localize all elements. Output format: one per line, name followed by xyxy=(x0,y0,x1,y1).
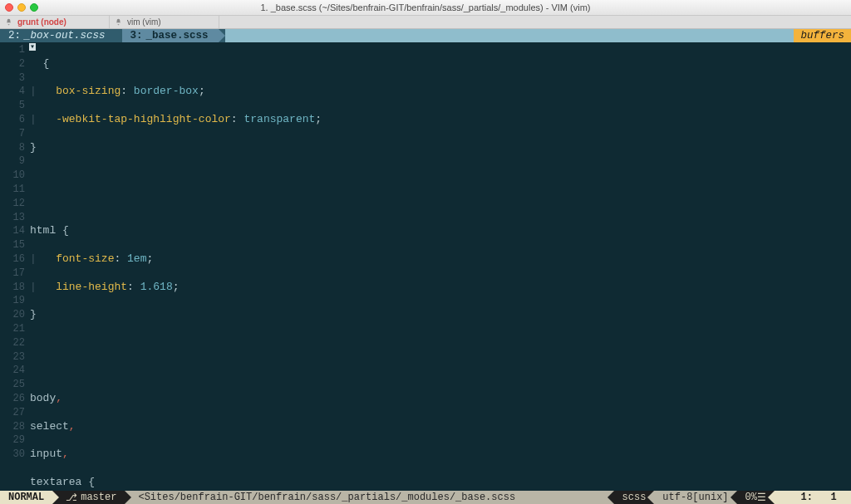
git-branch-name: master xyxy=(81,492,116,503)
git-branch-segment: ⎇ master xyxy=(52,491,125,504)
encoding-segment: utf-8[unix] xyxy=(654,491,736,504)
buffer-tabline: 2: _box-out.scss 3: _base.scss buffers xyxy=(0,29,851,42)
terminal-tab-label: vim (vim) xyxy=(127,17,161,27)
window-title: 1. _base.scss (~/Sites/benfrain-GIT/benf… xyxy=(0,2,851,12)
terminal-tab[interactable]: vim (vim) xyxy=(110,16,219,28)
vim-statusline: NORMAL ⎇ master <Sites/benfrain-GIT/benf… xyxy=(0,491,851,504)
branch-icon: ⎇ xyxy=(66,492,77,504)
bell-icon xyxy=(5,18,12,26)
buffer-name: _base.scss xyxy=(146,30,209,42)
editor-pane[interactable]: 1 ▾ 1 2 3 4 5 6 7 8 9 10 11 12 13 14 15 … xyxy=(0,42,851,491)
buffer-tab[interactable]: 2: _box-out.scss xyxy=(0,29,116,42)
buffers-label: buffers xyxy=(794,29,851,42)
bell-icon xyxy=(115,18,122,26)
buffer-name: _box-out.scss xyxy=(24,30,106,42)
position-segment: 1: 1 xyxy=(775,491,851,504)
terminal-tab[interactable]: grunt (node) xyxy=(0,16,110,28)
tabline-spacer xyxy=(225,29,794,42)
code-content[interactable]: { | box-sizing: border-box; | -webkit-ta… xyxy=(30,43,851,491)
terminal-tab-label: grunt (node) xyxy=(17,17,66,27)
window-titlebar: 1. _base.scss (~/Sites/benfrain-GIT/benf… xyxy=(0,0,851,16)
file-path-segment: <Sites/benfrain-GIT/benfrain/sass/_parti… xyxy=(125,491,613,504)
mode-segment: NORMAL xyxy=(0,491,52,504)
terminal-tabstrip: grunt (node) vim (vim) xyxy=(0,16,851,29)
buffer-number: 3: xyxy=(130,30,143,42)
buffer-tab-active[interactable]: 3: _base.scss xyxy=(122,29,219,42)
buffer-number: 2: xyxy=(8,30,21,42)
line-number-gutter: 1 2 3 4 5 6 7 8 9 10 11 12 13 14 15 16 1… xyxy=(0,42,27,491)
